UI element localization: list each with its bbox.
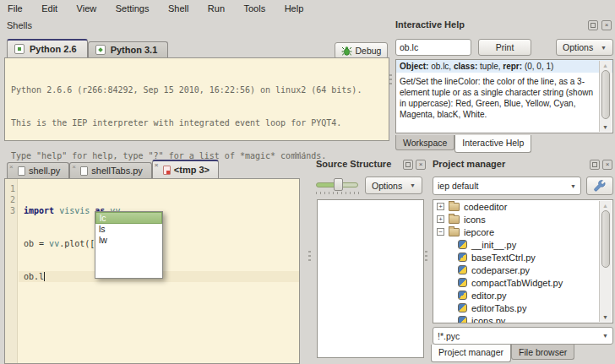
shell-console[interactable]: Python 2.6.6 (r266:84292, Sep 15 2010, 1… (4, 57, 389, 141)
tree-scrollbar[interactable]: ▲ ▼ (599, 201, 612, 322)
tool-tab-bar: Workspace Interactive Help (395, 135, 531, 154)
autocomplete-item-ls[interactable]: ls (95, 224, 162, 235)
project-config-button[interactable] (586, 177, 613, 195)
source-structure-list[interactable] (317, 199, 424, 358)
close-panel-icon[interactable]: × (601, 20, 612, 30)
tree-row-icons-py[interactable]: icons.py (433, 314, 612, 323)
python-file-icon (458, 265, 467, 274)
project-select-combo[interactable]: iep default ▼ (433, 177, 581, 195)
help-options-dropdown[interactable]: Options ▼ (556, 39, 613, 56)
tree-row-basetextctrl-py[interactable]: baseTextCtrl.py (433, 251, 612, 263)
menu-view[interactable]: View (69, 1, 105, 14)
python-file-icon (458, 253, 467, 262)
debug-button[interactable]: Debug (335, 42, 388, 59)
float-panel-icon[interactable] (588, 20, 598, 30)
tab-file-browser[interactable]: File browser (511, 345, 574, 360)
float-panel-icon[interactable] (403, 160, 413, 170)
print-button[interactable]: Print (478, 39, 531, 56)
folder-open-icon (449, 228, 460, 236)
editor-tab-label: shell.py (29, 166, 60, 176)
tab-python-3.1[interactable]: Python 3.1 (88, 41, 169, 57)
close-tab-icon[interactable]: × (72, 163, 76, 171)
shell-state-icon (95, 45, 106, 55)
tree-row-init-py[interactable]: __init__.py (433, 238, 612, 251)
python-file-icon (458, 278, 467, 287)
tree-row-compacttabwidget-py[interactable]: compactTabWidget.py (433, 276, 612, 289)
close-panel-icon[interactable]: × (416, 160, 426, 170)
editor-tab-label: shellTabs.py (91, 166, 143, 176)
autocomplete-popup: lc ls lw (95, 211, 163, 279)
console-line: Python 2.6.6 (r266:84292, Sep 15 2010, 1… (11, 84, 389, 95)
editor-tab-label: <tmp 3> (174, 165, 210, 175)
tab-python-2.6[interactable]: Python 2.6 (7, 39, 88, 57)
editor-tab-bar: × shell.py × shellTabs.py × <tmp 3> (7, 160, 219, 178)
tree-row-editortabs-py[interactable]: editorTabs.py (433, 302, 612, 314)
help-body-text: Get/Set the lineColor: the color of the … (396, 73, 612, 120)
depth-slider-handle[interactable] (334, 178, 343, 191)
project-file-tree[interactable]: + codeeditor + icons − iepcore __init__.… (433, 199, 613, 323)
menu-shell[interactable]: Shell (161, 1, 196, 14)
menu-run[interactable]: Run (200, 1, 232, 14)
menu-edit[interactable]: Edit (34, 1, 65, 14)
close-tab-icon[interactable]: × (9, 163, 14, 171)
debug-button-label: Debug (356, 46, 382, 56)
vertical-splitter-handle[interactable] (308, 251, 311, 262)
menu-settings[interactable]: Settings (108, 1, 157, 14)
menu-help[interactable]: Help (277, 1, 312, 14)
tab-shell.py[interactable]: × shell.py (7, 162, 69, 178)
scrollbar-thumb[interactable] (601, 70, 610, 119)
tab-tmp-3[interactable]: × <tmp 3> (152, 160, 219, 178)
horizontal-splitter-handle[interactable] (295, 152, 306, 155)
float-panel-icon[interactable] (590, 160, 600, 170)
tree-label: codeeditor (464, 202, 507, 212)
expand-icon[interactable]: + (437, 203, 444, 210)
help-query-input[interactable] (395, 39, 471, 56)
interactive-help-title: Interactive Help (395, 19, 465, 30)
folder-icon (449, 203, 460, 211)
menu-tools[interactable]: Tools (236, 1, 273, 14)
vertical-splitter-handle[interactable] (425, 251, 427, 262)
iep-window: File Edit View Settings Shell Run Tools … (0, 0, 615, 364)
python-file-icon (458, 291, 467, 300)
chevron-down-icon: ▼ (410, 182, 416, 188)
tree-row-codeeditor[interactable]: + codeeditor (433, 200, 612, 213)
tab-workspace[interactable]: Workspace (395, 135, 454, 150)
menu-file[interactable]: File (0, 1, 30, 14)
source-options-dropdown[interactable]: Options ▼ (365, 177, 422, 194)
close-tab-icon[interactable]: × (155, 161, 159, 169)
shell-tab-label: Python 2.6 (30, 44, 77, 54)
vertical-splitter-handle[interactable] (389, 74, 392, 85)
shell-tab-label: Python 3.1 (111, 45, 158, 55)
tree-row-icons[interactable]: + icons (433, 213, 612, 225)
tab-interactive-help[interactable]: Interactive Help (454, 135, 531, 153)
shell-tab-bar: Python 2.6 Python 3.1 (7, 39, 168, 57)
file-filter-combo[interactable]: !*.pyc ▼ (433, 327, 613, 345)
expand-icon[interactable]: + (437, 215, 444, 223)
python-file-icon (458, 240, 467, 249)
close-panel-icon[interactable]: × (602, 160, 612, 170)
autocomplete-item-lc[interactable]: lc (95, 212, 162, 224)
document-icon (18, 166, 25, 176)
scroll-down-icon[interactable]: ▼ (602, 314, 608, 320)
tree-row-codeparser-py[interactable]: codeparser.py (433, 263, 612, 276)
tree-label: icons.py (471, 316, 505, 324)
tab-shelltabs.py[interactable]: × shellTabs.py (69, 162, 152, 178)
tree-label: compactTabWidget.py (471, 278, 563, 288)
tree-label: __init__.py (471, 240, 516, 250)
slider-tick-marks (316, 192, 360, 194)
scroll-up-icon[interactable]: ▲ (602, 62, 608, 68)
scroll-up-icon[interactable]: ▲ (602, 203, 608, 209)
scrollbar-thumb[interactable] (601, 210, 610, 268)
bug-icon (341, 46, 352, 57)
tree-label: iepcore (464, 227, 494, 237)
tree-row-editor-py[interactable]: editor.py (433, 289, 612, 302)
help-scrollbar[interactable]: ▲ ▼ (599, 61, 612, 132)
chevron-down-icon: ▼ (570, 183, 576, 189)
collapse-icon[interactable]: − (437, 228, 444, 236)
tree-row-iepcore[interactable]: − iepcore (433, 225, 612, 238)
menu-bar: File Edit View Settings Shell Run Tools … (0, 0, 615, 16)
autocomplete-item-lw[interactable]: lw (95, 235, 162, 246)
scroll-down-icon[interactable]: ▼ (602, 124, 608, 130)
document-icon (80, 166, 88, 176)
tab-project-manager[interactable]: Project manager (431, 345, 511, 362)
